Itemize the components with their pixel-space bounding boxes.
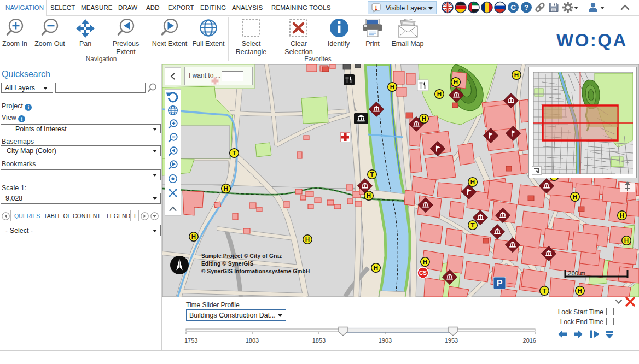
svg-text:i: i — [375, 4, 377, 10]
svg-text:H: H — [624, 237, 629, 244]
svg-text:?: ? — [524, 3, 528, 11]
svg-text:H: H — [374, 265, 378, 271]
svg-text:H: H — [437, 91, 442, 97]
svg-text:Sample Project © City of Graz: Sample Project © City of Graz — [201, 253, 282, 259]
svg-text:H: H — [305, 236, 310, 243]
svg-text:2016: 2016 — [523, 337, 536, 344]
svg-text:H: H — [454, 79, 458, 85]
svg-text:C: C — [510, 3, 516, 11]
svg-text:H: H — [367, 192, 371, 199]
svg-text:1903: 1903 — [379, 337, 392, 344]
svg-text:H: H — [390, 84, 394, 90]
svg-text:© SynerGIS Informationssysteme: © SynerGIS Informationssysteme GmbH — [201, 268, 310, 274]
svg-text:H: H — [620, 212, 624, 219]
svg-text:H: H — [224, 185, 228, 192]
svg-text:CS: CS — [419, 270, 427, 276]
svg-text:H: H — [423, 259, 427, 265]
svg-text:H: H — [578, 287, 582, 294]
svg-text:200 m: 200 m — [568, 270, 585, 277]
svg-text:T: T — [470, 222, 474, 228]
svg-text:T: T — [232, 150, 236, 156]
svg-text:1953: 1953 — [445, 337, 458, 344]
svg-text:1853: 1853 — [312, 337, 326, 344]
svg-text:H: H — [422, 115, 426, 122]
svg-text:1803: 1803 — [246, 337, 259, 344]
svg-text:T: T — [370, 171, 374, 178]
svg-text:1753: 1753 — [184, 337, 197, 344]
svg-text:H: H — [470, 179, 475, 185]
svg-text:H: H — [514, 72, 519, 78]
svg-text:H: H — [191, 233, 196, 240]
svg-text:H: H — [573, 193, 577, 200]
svg-text:T: T — [542, 287, 546, 294]
svg-text:P: P — [497, 279, 503, 288]
svg-text:Editing © SynerGIS: Editing © SynerGIS — [201, 261, 254, 267]
